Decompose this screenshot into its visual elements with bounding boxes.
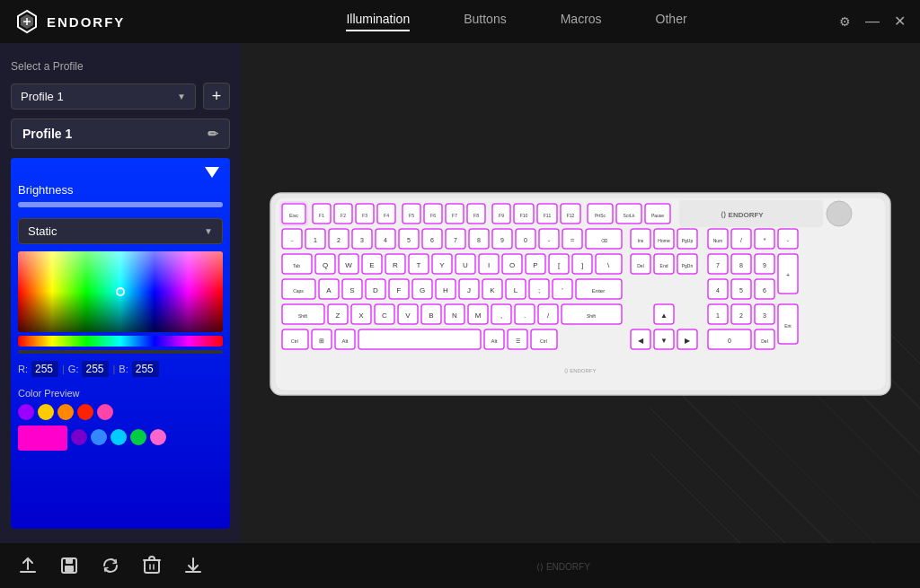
svg-text:Esc: Esc (289, 213, 298, 218)
svg-text:W: W (345, 261, 352, 269)
tab-illumination[interactable]: Illumination (346, 12, 410, 31)
svg-text:S: S (349, 286, 354, 294)
window-controls: ⚙ — ✕ (839, 14, 906, 29)
svg-text:/: / (740, 237, 742, 243)
svg-text:Alt: Alt (491, 338, 497, 344)
swatch-pink[interactable] (97, 404, 113, 420)
svg-text:0: 0 (728, 338, 731, 344)
svg-text:-: - (548, 236, 551, 244)
svg-text:L: L (514, 286, 518, 294)
svg-text:J: J (467, 286, 471, 294)
color-gradient-box[interactable] (18, 251, 223, 332)
r-value[interactable]: 255 (31, 361, 58, 377)
plus-icon: + (212, 87, 222, 106)
delete-button[interactable] (142, 556, 162, 575)
svg-text:O: O (509, 261, 515, 269)
swatch-cyan[interactable] (111, 429, 127, 445)
svg-text:3: 3 (763, 312, 766, 319)
svg-text:G: G (420, 286, 425, 294)
svg-line-4 (650, 453, 740, 543)
current-color-preview[interactable] (18, 426, 67, 451)
svg-text:F9: F9 (499, 213, 504, 218)
g-value[interactable]: 255 (82, 361, 109, 377)
svg-text:4: 4 (384, 237, 387, 243)
swatch-orange[interactable] (58, 404, 74, 420)
minimize-button[interactable]: — (865, 14, 880, 29)
svg-text:End: End (660, 263, 668, 268)
svg-text:5: 5 (407, 237, 411, 243)
svg-rect-222 (145, 560, 159, 573)
svg-text:F8: F8 (473, 213, 479, 218)
profile-dropdown[interactable]: Profile 1 ▼ (11, 83, 196, 110)
svg-text:ScrLk: ScrLk (624, 213, 635, 218)
svg-text:Tab: Tab (293, 263, 300, 268)
tab-buttons[interactable]: Buttons (464, 12, 506, 31)
color-picker-area (18, 251, 223, 354)
svg-text:Q: Q (323, 261, 328, 269)
refresh-button[interactable] (101, 556, 120, 575)
swatch-green[interactable] (130, 429, 146, 445)
svg-text:5: 5 (739, 287, 743, 294)
svg-text:Ctrl: Ctrl (540, 338, 547, 344)
swatch-blue[interactable] (91, 429, 107, 445)
svg-text:Pause: Pause (651, 213, 664, 218)
svg-text:8: 8 (477, 237, 481, 243)
color-preview-label: Color Preview (18, 388, 79, 399)
svg-text:7: 7 (454, 237, 457, 243)
svg-text:*: * (764, 237, 766, 243)
svg-text:Ent: Ent (784, 323, 792, 329)
svg-text:▶: ▶ (685, 337, 691, 345)
svg-text:,: , (500, 312, 502, 320)
tab-macros[interactable]: Macros (561, 12, 602, 31)
swatch-red[interactable] (77, 404, 93, 420)
svg-text:2: 2 (739, 312, 743, 319)
svg-text:T: T (417, 261, 421, 269)
svg-text:B: B (429, 312, 433, 320)
svg-text:F3: F3 (362, 213, 367, 218)
svg-rect-221 (65, 566, 74, 572)
settings-button[interactable]: ⚙ (839, 15, 851, 28)
nav-tabs: Illumination Buttons Macros Other (194, 12, 839, 31)
brightness-track[interactable] (18, 202, 223, 207)
brightness-section: Brightness (18, 167, 223, 207)
svg-text:Enter: Enter (592, 288, 605, 294)
b-value[interactable]: 255 (132, 361, 159, 377)
dropdown-chevron-icon: ▼ (177, 92, 186, 101)
svg-text:1: 1 (716, 312, 720, 319)
swatch-dark-purple[interactable] (71, 429, 87, 445)
download-button[interactable] (183, 556, 203, 575)
save-button[interactable] (59, 556, 79, 575)
svg-text:Num: Num (713, 238, 723, 243)
swatch-light-pink[interactable] (150, 429, 166, 445)
close-button[interactable]: ✕ (894, 14, 906, 29)
svg-text:F12: F12 (567, 213, 575, 218)
profile-display-name: Profile 1 (22, 127, 72, 141)
svg-text:I: I (488, 261, 490, 269)
svg-text:⟨⟩ ENDORFY: ⟨⟩ ENDORFY (721, 211, 764, 219)
svg-point-44 (827, 201, 852, 226)
profile-name-bar[interactable]: Profile 1 ✏ (11, 118, 230, 149)
svg-text:=: = (571, 236, 575, 244)
svg-text:Shift: Shift (298, 313, 308, 319)
upload-button[interactable] (18, 556, 38, 575)
svg-text:⊞: ⊞ (319, 338, 324, 344)
swatch-purple[interactable] (18, 404, 34, 420)
hue-bar[interactable] (18, 336, 223, 347)
svg-line-1 (650, 408, 785, 543)
endorfy-logo-icon (14, 9, 40, 34)
svg-text:8: 8 (739, 262, 743, 268)
svg-text:Ins: Ins (638, 238, 644, 243)
opacity-bar[interactable] (18, 350, 223, 354)
color-panel: Brightness Static ▼ R: (11, 158, 230, 529)
svg-text:+: + (786, 272, 790, 278)
svg-rect-201 (358, 329, 481, 349)
svg-text:K: K (490, 286, 495, 294)
add-profile-button[interactable]: + (203, 83, 230, 110)
swatch-yellow[interactable] (38, 404, 54, 420)
mode-dropdown[interactable]: Static ▼ (18, 218, 223, 244)
tab-other[interactable]: Other (656, 12, 687, 31)
svg-text:F2: F2 (341, 213, 346, 218)
svg-text:F1: F1 (319, 213, 324, 218)
brightness-thumb[interactable] (205, 167, 219, 178)
svg-text:C: C (382, 312, 387, 320)
